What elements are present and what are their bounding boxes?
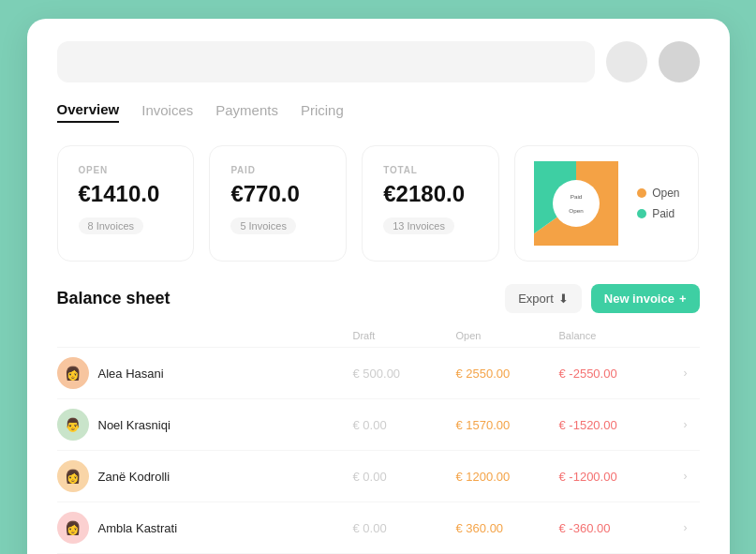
table-header: Draft Open Balance [57,326,700,347]
row-user: 👩 Ambla Kastrati [57,512,353,544]
col-draft: Draft [353,330,456,341]
balance-header: Balance sheet Export ⬇ New invoice + [57,284,700,313]
header [57,41,700,82]
balance-value: € -360.00 [559,521,672,535]
export-label: Export [518,292,554,306]
paid-dot [637,209,646,218]
paid-label: PAID [230,165,325,175]
col-open: Open [456,330,559,341]
user-name: Alea Hasani [98,367,164,381]
tab-invoices[interactable]: Invoices [141,101,193,123]
user-avatar-button[interactable] [606,41,647,82]
chevron-down-icon[interactable]: › [672,367,700,380]
svg-point-2 [553,180,600,227]
total-label: TOTAL [383,165,478,175]
row-user: 👩 Zanë Kodrolli [57,460,353,492]
balance-sheet-section: Balance sheet Export ⬇ New invoice + Dra… [57,284,700,554]
balance-value: € -1520.00 [559,418,672,432]
draft-value: € 0.00 [353,418,456,432]
pie-chart: Paid Open [534,161,618,246]
user-name: Zanë Kodrolli [98,470,170,484]
row-user: 👨 Noel Krasniqi [57,409,353,441]
search-bar[interactable] [57,41,595,82]
open-value: € 2550.00 [456,367,559,381]
chevron-down-icon[interactable]: › [672,470,700,483]
stats-row: OPEN €1410.0 8 Invoices PAID €770.0 5 In… [57,145,700,262]
col-name [106,330,353,341]
open-dot [637,188,646,198]
chevron-down-icon[interactable]: › [672,521,700,534]
paid-legend-label: Paid [652,207,674,220]
total-amount: €2180.0 [383,181,478,207]
col-balance: Balance [559,330,672,341]
avatar: 👨 [57,409,89,441]
svg-text:Open: Open [569,207,584,214]
tab-pricing[interactable]: Pricing [301,101,344,123]
avatar: 👩 [57,460,89,492]
notification-button[interactable] [659,41,700,82]
balance-value: € -1200.00 [559,470,672,484]
open-amount: €1410.0 [79,181,173,207]
plus-icon: + [679,292,687,306]
table-row[interactable]: 👩 Alea Hasani € 500.00 € 2550.00 € -2550… [57,347,700,398]
svg-text:Paid: Paid [571,193,583,200]
table-row[interactable]: 👩 Ambla Kastrati € 0.00 € 360.00 € -360.… [57,502,700,553]
row-user: 👩 Alea Hasani [57,357,353,389]
open-legend-label: Open [652,187,679,200]
avatar: 👩 [57,357,89,389]
col-action [672,330,700,341]
chart-card: Paid Open Open Paid [514,145,699,262]
balance-actions: Export ⬇ New invoice + [505,284,699,313]
stats-paid: PAID €770.0 5 Invoices [209,145,347,262]
draft-value: € 0.00 [353,470,456,484]
stats-open: OPEN €1410.0 8 Invoices [57,145,195,262]
legend-paid: Paid [637,207,679,220]
draft-value: € 500.00 [353,367,456,381]
open-value: € 1200.00 [456,470,559,484]
table-row[interactable]: 👩 Zanë Kodrolli € 0.00 € 1200.00 € -1200… [57,450,700,502]
open-value: € 1570.00 [456,418,559,432]
balance-value: € -2550.00 [559,367,672,381]
open-label: OPEN [79,165,173,175]
stats-total: TOTAL €2180.0 13 Invoices [362,145,499,262]
chart-legend: Open Paid [637,187,679,220]
chevron-down-icon[interactable]: › [672,418,700,431]
main-card: Overview Invoices Payments Pricing OPEN … [27,19,730,554]
new-invoice-button[interactable]: New invoice + [591,284,700,313]
total-sub: 13 Invoices [383,217,454,234]
avatar: 👩 [57,512,89,544]
table-body: 👩 Alea Hasani € 500.00 € 2550.00 € -2550… [57,347,700,554]
paid-sub: 5 Invoices [230,217,296,234]
user-name: Noel Krasniqi [98,418,170,432]
export-button[interactable]: Export ⬇ [505,284,582,313]
new-invoice-label: New invoice [604,292,674,306]
open-sub: 8 Invoices [79,217,144,234]
tabs: Overview Invoices Payments Pricing [57,101,700,123]
user-name: Ambla Kastrati [98,521,178,535]
legend-open: Open [637,187,679,200]
draft-value: € 0.00 [353,521,456,535]
open-value: € 360.00 [456,521,559,535]
table-row[interactable]: 👨 Noel Krasniqi € 0.00 € 1570.00 € -1520… [57,398,700,450]
balance-title: Balance sheet [57,289,170,308]
paid-amount: €770.0 [230,181,325,207]
tab-payments[interactable]: Payments [215,101,278,123]
download-icon: ⬇ [558,292,569,306]
tab-overview[interactable]: Overview [57,101,120,123]
